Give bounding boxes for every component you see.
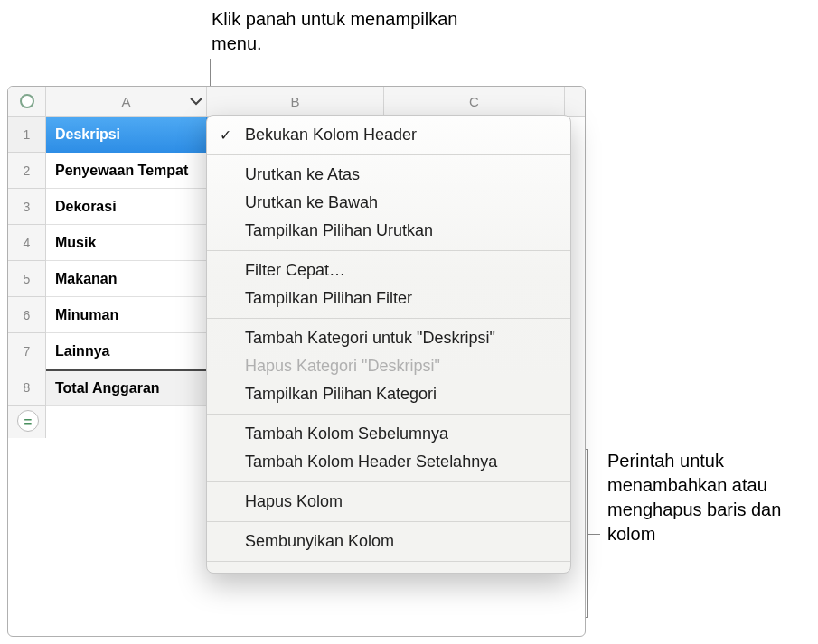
column-header-label: B (290, 94, 299, 109)
row-number[interactable]: 5 (8, 261, 46, 297)
menu-separator (207, 521, 570, 522)
column-header-label: C (469, 94, 479, 109)
menu-item-label: Hapus Kategori "Deskripsi" (245, 357, 440, 375)
menu-separator (207, 318, 570, 319)
menu-item-label: Urutkan ke Bawah (245, 193, 378, 211)
menu-item-sort-descending[interactable]: Urutkan ke Bawah (207, 189, 570, 217)
menu-item-label: Tambah Kolom Header Setelahnya (245, 453, 497, 471)
row-number[interactable]: 2 (8, 153, 46, 189)
column-header-label: A (121, 94, 130, 109)
column-context-menu: ✓ Bekukan Kolom Header Urutkan ke Atas U… (206, 115, 571, 574)
menu-item-show-filter-options[interactable]: Tampilkan Pilihan Filter (207, 285, 570, 313)
menu-item-hide-column[interactable]: Sembunyikan Kolom (207, 527, 570, 555)
cell[interactable]: Musik (46, 225, 207, 261)
menu-item-label: Bekukan Kolom Header (245, 126, 417, 144)
menu-item-label: Tambah Kategori untuk "Deskripsi" (245, 329, 495, 347)
cell[interactable]: Dekorasi (46, 189, 207, 225)
menu-item-add-column-before[interactable]: Tambah Kolom Sebelumnya (207, 420, 570, 448)
row-number[interactable]: 3 (8, 189, 46, 225)
menu-separator (207, 561, 570, 562)
menu-separator (207, 414, 570, 415)
menu-item-add-header-column-after[interactable]: Tambah Kolom Header Setelahnya (207, 448, 570, 476)
table-handle-icon (20, 94, 34, 108)
menu-item-freeze-header-column[interactable]: ✓ Bekukan Kolom Header (207, 121, 570, 149)
menu-item-sort-ascending[interactable]: Urutkan ke Atas (207, 161, 570, 189)
cell[interactable]: Deskripsi (46, 117, 207, 153)
column-header-a[interactable]: A (46, 87, 207, 116)
menu-separator (207, 154, 570, 155)
column-header-c[interactable]: C (384, 87, 565, 116)
menu-separator (207, 481, 570, 482)
table-corner-handle[interactable] (8, 87, 46, 117)
column-header-b[interactable]: B (207, 87, 384, 116)
row-number[interactable]: 6 (8, 297, 46, 333)
callout-bracket-stem (588, 534, 600, 535)
menu-item-label: Tambah Kolom Sebelumnya (245, 425, 448, 443)
cell[interactable]: Total Anggaran (46, 369, 207, 406)
column-headers: A B C (46, 87, 585, 117)
checkmark-icon: ✓ (220, 126, 231, 143)
menu-item-show-sort-options[interactable]: Tampilkan Pilihan Urutkan (207, 217, 570, 245)
row-number[interactable]: 1 (8, 117, 46, 153)
menu-item-label: Sembunyikan Kolom (245, 532, 394, 550)
menu-item-label: Filter Cepat… (245, 261, 345, 279)
column-menu-arrow-icon[interactable] (190, 97, 202, 106)
row-number[interactable]: 7 (8, 333, 46, 369)
menu-item-quick-filter[interactable]: Filter Cepat… (207, 257, 570, 285)
menu-item-label: Urutkan ke Atas (245, 165, 360, 183)
row-number[interactable]: 4 (8, 225, 46, 261)
menu-separator (207, 250, 570, 251)
callout-top: Klik panah untuk menampilkan menu. (212, 7, 501, 56)
cell[interactable]: Makanan (46, 261, 207, 297)
cell[interactable]: Minuman (46, 297, 207, 333)
menu-item-label: Tampilkan Pilihan Urutkan (245, 221, 433, 239)
menu-item-label: Tampilkan Pilihan Kategori (245, 385, 437, 403)
cell[interactable]: Lainnya (46, 333, 207, 369)
callout-right: Perintah untuk menambahkan atau menghapu… (607, 449, 806, 546)
menu-item-label: Tampilkan Pilihan Filter (245, 289, 412, 307)
menu-item-label: Hapus Kolom (245, 492, 343, 510)
menu-item-remove-category: Hapus Kategori "Deskripsi" (207, 352, 570, 380)
formula-icon[interactable]: = (17, 410, 39, 432)
cell[interactable]: Penyewaan Tempat (46, 153, 207, 189)
row-number[interactable]: 8 (8, 369, 46, 406)
menu-item-add-category[interactable]: Tambah Kategori untuk "Deskripsi" (207, 324, 570, 352)
menu-item-show-category-options[interactable]: Tampilkan Pilihan Kategori (207, 380, 570, 408)
menu-item-delete-column[interactable]: Hapus Kolom (207, 488, 570, 516)
